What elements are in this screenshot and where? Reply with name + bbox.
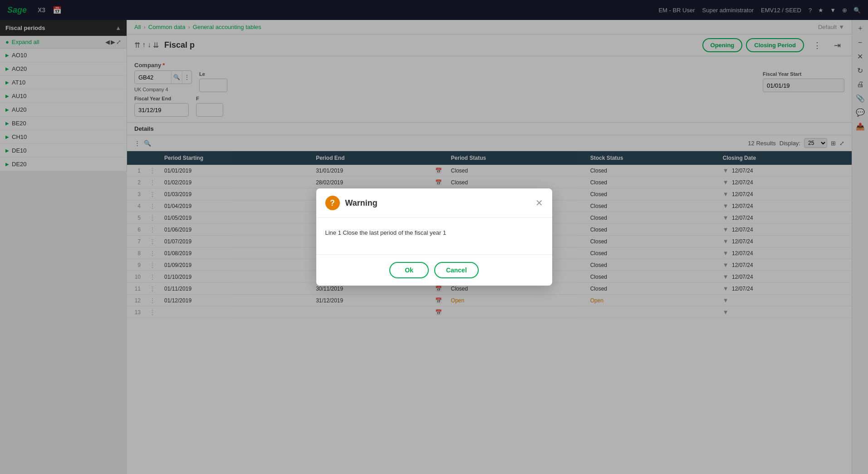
modal-ok-button[interactable]: Ok [389,262,429,278]
modal-title: Warning [345,198,530,208]
modal-warning-icon: ? [325,196,340,210]
modal-header: ? Warning ✕ [316,188,552,218]
modal-overlay: ? Warning ✕ Line 1 Close the last period… [0,0,868,474]
modal-close-button[interactable]: ✕ [535,198,543,207]
warning-modal: ? Warning ✕ Line 1 Close the last period… [316,188,552,286]
modal-cancel-button[interactable]: Cancel [434,262,479,278]
modal-footer: Ok Cancel [316,254,552,286]
modal-message: Line 1 Close the last period of the fisc… [325,229,446,236]
modal-body: Line 1 Close the last period of the fisc… [316,218,552,254]
